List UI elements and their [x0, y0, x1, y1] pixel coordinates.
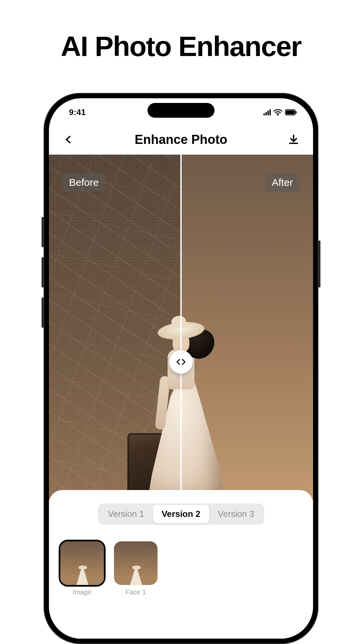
compare-slider-handle[interactable] — [169, 350, 193, 374]
thumbnail-preview — [60, 541, 104, 585]
chevron-left-icon — [64, 133, 73, 146]
thumbnail-label: Face 1 — [125, 588, 146, 596]
compare-divider[interactable] — [180, 155, 182, 500]
wifi-icon — [274, 109, 282, 116]
chevron-left-icon — [176, 359, 181, 365]
thumbnail-image[interactable]: Image — [60, 541, 104, 596]
download-button[interactable] — [284, 130, 303, 149]
status-icons — [263, 109, 297, 116]
version-tab-3[interactable]: Version 3 — [209, 505, 263, 523]
thumbnail-face-1[interactable]: Face 1 — [114, 541, 158, 596]
svg-point-0 — [277, 114, 278, 115]
before-badge: Before — [62, 173, 105, 192]
version-tab-2[interactable]: Version 2 — [153, 505, 209, 523]
svg-rect-3 — [296, 111, 297, 114]
phone-screen: 9:41 — [49, 98, 313, 639]
before-after-viewer[interactable]: Before After — [49, 155, 313, 500]
battery-icon — [285, 109, 297, 115]
thumbnail-preview — [114, 541, 158, 585]
version-segmented-control: Version 1 Version 2 Version 3 — [98, 503, 264, 525]
back-button[interactable] — [59, 130, 78, 149]
dynamic-island — [147, 103, 215, 118]
page-title: Enhance Photo — [135, 132, 228, 147]
bottom-panel: Version 1 Version 2 Version 3 Image Face… — [49, 490, 313, 639]
cellular-signal-icon — [263, 109, 271, 115]
chevron-right-icon — [181, 359, 186, 365]
phone-frame: 9:41 — [44, 93, 318, 644]
thumbnail-label: Image — [73, 588, 92, 596]
svg-rect-2 — [286, 110, 295, 114]
version-tab-1[interactable]: Version 1 — [99, 505, 153, 523]
status-time: 9:41 — [69, 108, 86, 117]
download-icon — [288, 134, 299, 145]
after-badge: After — [265, 173, 300, 192]
hero-title: AI Photo Enhancer — [61, 30, 301, 63]
thumbnail-list: Image Face 1 — [59, 541, 158, 596]
nav-bar: Enhance Photo — [49, 124, 313, 155]
